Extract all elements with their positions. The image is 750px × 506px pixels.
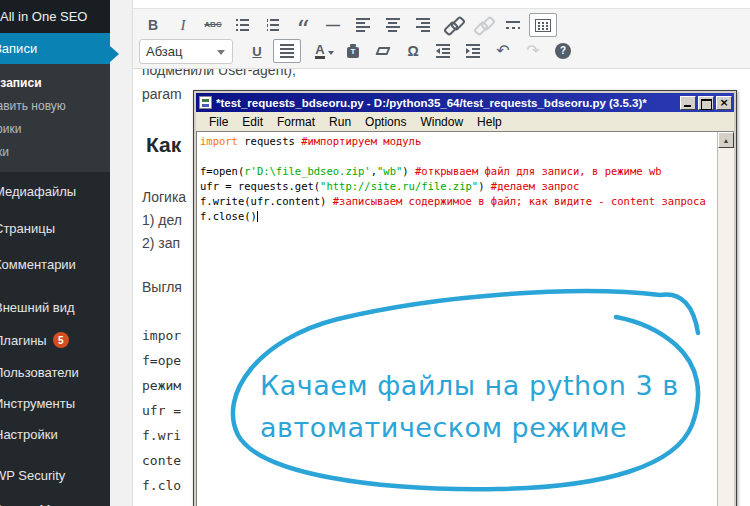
menu-format[interactable]: Format bbox=[270, 115, 322, 129]
tinymce-toolbar: BIABC“— Абзац UATΩ↶↷? bbox=[133, 8, 750, 69]
menu-run[interactable]: Run bbox=[322, 115, 358, 129]
menu-window[interactable]: Window bbox=[413, 115, 470, 129]
sidebar-item-users[interactable]: Пользователи bbox=[0, 356, 110, 388]
bold-icon: B bbox=[148, 18, 158, 32]
sidebar-item-posts[interactable]: Записи bbox=[0, 33, 110, 64]
window-menubar: FileEditFormatRunOptionsWindowHelp bbox=[196, 112, 734, 131]
annotation-text-line1: Качаем файлы на python 3 в bbox=[260, 370, 679, 401]
sidebar-item-comments[interactable]: Комментарии bbox=[0, 246, 110, 282]
post-heading: Как bbox=[146, 133, 181, 157]
post-text-line: Выгля bbox=[142, 279, 182, 295]
text-cursor bbox=[257, 211, 258, 222]
close-button[interactable]: × bbox=[716, 96, 732, 110]
horizontal-rule-button[interactable]: — bbox=[319, 13, 347, 37]
post-code-line: f.clo bbox=[142, 478, 181, 493]
bulleted-list-button[interactable] bbox=[229, 13, 257, 37]
code-line: f=open(r'D:\file_bdseo.zip',"wb") #откры… bbox=[200, 164, 714, 179]
paste-as-text-button[interactable]: T bbox=[339, 39, 367, 63]
menu-options[interactable]: Options bbox=[358, 115, 413, 129]
scroll-up-icon[interactable]: ▲ bbox=[718, 132, 734, 148]
sidebar-item-settings[interactable]: Настройки bbox=[0, 419, 110, 450]
posts-submenu: Все записи Добавить новую Рубрики Метки bbox=[0, 64, 110, 172]
justify-button[interactable] bbox=[273, 39, 301, 63]
blockquote-button[interactable]: “ bbox=[289, 13, 317, 37]
submenu-item-add-new[interactable]: Добавить новую bbox=[0, 94, 110, 117]
undo-icon: ↶ bbox=[496, 43, 509, 59]
read-more-tag-button[interactable] bbox=[499, 13, 527, 37]
italic-button[interactable]: I bbox=[169, 13, 197, 37]
code-editor-area[interactable]: import requests #импортируем модуль f=op… bbox=[197, 132, 717, 506]
remove-link-icon bbox=[475, 18, 491, 32]
submenu-item-categories[interactable]: Рубрики bbox=[0, 117, 110, 140]
numbered-list-icon bbox=[266, 19, 280, 31]
help-button[interactable]: ? bbox=[549, 39, 577, 63]
minimize-button[interactable] bbox=[680, 96, 696, 110]
sidebar-item-appearance[interactable]: Внешний вид bbox=[0, 290, 110, 324]
strikethrough-button[interactable]: ABC bbox=[199, 13, 227, 37]
sidebar-item-plugins[interactable]: Плагины 5 bbox=[0, 324, 110, 356]
post-code-line: f=ope bbox=[142, 353, 181, 368]
redo-button[interactable]: ↷ bbox=[519, 39, 547, 63]
decrease-indent-icon bbox=[436, 44, 450, 58]
help-icon: ? bbox=[555, 43, 571, 59]
text-color-icon: A bbox=[315, 43, 324, 59]
special-character-button[interactable]: Ω bbox=[399, 39, 427, 63]
maximize-button[interactable] bbox=[698, 96, 714, 110]
special-character-icon: Ω bbox=[407, 44, 418, 58]
sidebar-item-banner-manager[interactable]: Banner Manager bbox=[0, 492, 110, 506]
post-code-line: conte bbox=[142, 453, 181, 468]
remove-link-button[interactable] bbox=[469, 13, 497, 37]
post-text-line: подменили User-agent); bbox=[142, 69, 296, 78]
code-line: f.write(ufr.content) #записываем содержи… bbox=[200, 194, 714, 209]
post-code-line: ufr = bbox=[142, 403, 181, 418]
sidebar-item-tools[interactable]: Инструменты bbox=[0, 388, 110, 419]
numbered-list-button[interactable] bbox=[259, 13, 287, 37]
sidebar-item-label: Записи bbox=[0, 41, 37, 56]
vertical-scrollbar[interactable]: ▲ bbox=[717, 132, 734, 506]
annotation-text-line2: автоматическом режиме bbox=[260, 412, 627, 443]
submenu-item-tags[interactable]: Метки bbox=[0, 140, 110, 163]
underline-button[interactable]: U bbox=[243, 39, 271, 63]
sidebar-item-pages[interactable]: Страницы bbox=[0, 210, 110, 246]
paragraph-format-select[interactable]: Абзац bbox=[139, 39, 233, 64]
increase-indent-icon bbox=[466, 44, 480, 58]
align-center-button[interactable] bbox=[379, 13, 407, 37]
wp-admin-sidebar: All in One SEO Записи Все записи Добавит… bbox=[0, 0, 110, 506]
toolbar-toggle-button[interactable] bbox=[529, 13, 557, 37]
undo-button[interactable]: ↶ bbox=[489, 39, 517, 63]
idle-editor-window: *test_requests_bdseoru.py - D:/python35_… bbox=[193, 90, 737, 506]
menu-help[interactable]: Help bbox=[470, 115, 509, 129]
code-line: import requests #импортируем модуль bbox=[200, 134, 714, 149]
justify-icon bbox=[280, 44, 294, 58]
sidebar-item-all-in-one-seo[interactable]: All in One SEO bbox=[0, 0, 110, 33]
insert-link-icon bbox=[445, 18, 461, 32]
align-left-button[interactable] bbox=[349, 13, 377, 37]
post-text-line: 2) зап bbox=[142, 235, 180, 251]
decrease-indent-button[interactable] bbox=[429, 39, 457, 63]
align-left-icon bbox=[356, 18, 370, 32]
increase-indent-button[interactable] bbox=[459, 39, 487, 63]
code-line bbox=[200, 149, 714, 164]
strikethrough-icon: ABC bbox=[204, 21, 221, 29]
window-title: *test_requests_bdseoru.py - D:/python35_… bbox=[216, 97, 678, 109]
redo-icon: ↷ bbox=[526, 43, 539, 59]
blockquote-icon: “ bbox=[296, 28, 309, 33]
submenu-item-all-posts[interactable]: Все записи bbox=[0, 71, 110, 94]
post-text-line: param bbox=[142, 86, 182, 102]
text-color-button[interactable]: A bbox=[303, 39, 337, 63]
toolbar-toggle-icon bbox=[535, 19, 551, 32]
post-code-line: режим bbox=[142, 378, 181, 393]
menu-file[interactable]: File bbox=[202, 115, 235, 129]
post-code-line: impor bbox=[142, 328, 181, 343]
clear-formatting-button[interactable] bbox=[369, 39, 397, 63]
bold-button[interactable]: B bbox=[139, 13, 167, 37]
post-code-line: f.wri bbox=[142, 428, 181, 443]
insert-link-button[interactable] bbox=[439, 13, 467, 37]
align-right-button[interactable] bbox=[409, 13, 437, 37]
bulleted-list-icon bbox=[236, 19, 250, 31]
code-line: ufr = requests.get("http://site.ru/file.… bbox=[200, 179, 714, 194]
sidebar-item-wp-security[interactable]: WP Security bbox=[0, 458, 110, 492]
window-titlebar[interactable]: *test_requests_bdseoru.py - D:/python35_… bbox=[196, 93, 734, 112]
menu-edit[interactable]: Edit bbox=[235, 115, 270, 129]
sidebar-item-media[interactable]: Медиафайлы bbox=[0, 172, 110, 210]
